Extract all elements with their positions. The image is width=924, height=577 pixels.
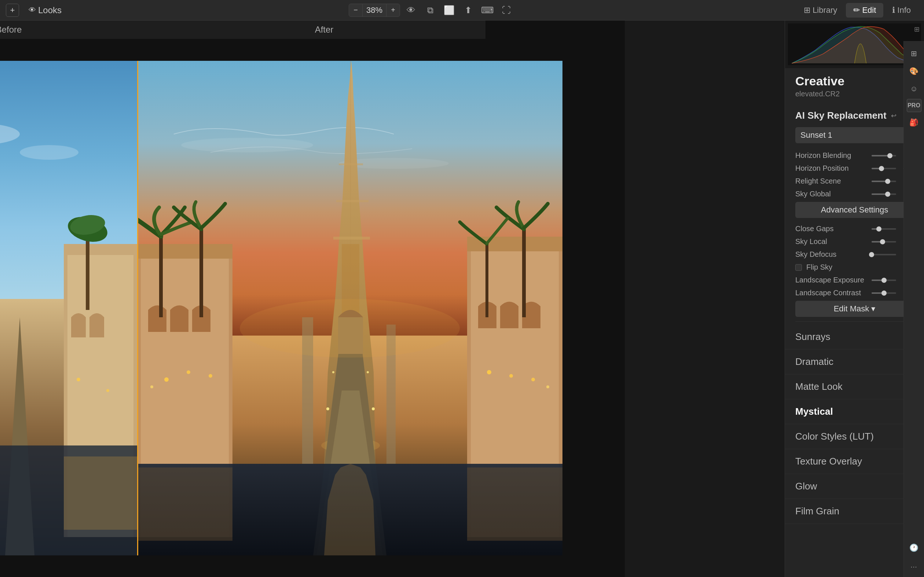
landscape-exposure-label: Landscape Exposure (795, 276, 869, 284)
advanced-settings-label: Advanced Settings (821, 205, 888, 215)
horizon-blending-thumb[interactable] (887, 153, 892, 158)
zoom-plus-button[interactable]: + (386, 4, 400, 16)
before-scene-svg (0, 61, 137, 555)
pro-rail-button[interactable]: PRO (907, 99, 921, 112)
sky-defocus-label: Sky Defocus (795, 250, 869, 259)
svg-point-54 (208, 374, 212, 378)
compare-button[interactable]: ⧉ (422, 2, 438, 18)
horizon-blending-label: Horizon Blending (795, 151, 869, 160)
svg-point-20 (77, 378, 80, 381)
svg-rect-50 (137, 467, 233, 541)
svg-point-46 (372, 408, 375, 410)
sky-local-track[interactable] (872, 241, 896, 243)
share-button[interactable]: ⬆ (460, 2, 476, 18)
before-label: Before (0, 24, 163, 35)
sky-defocus-track[interactable] (872, 254, 896, 255)
after-image (137, 61, 562, 555)
sky-defocus-thumb[interactable] (869, 252, 874, 257)
svg-rect-35 (485, 244, 488, 317)
smile-rail-button[interactable]: ☺ (907, 81, 921, 96)
flip-sky-checkbox[interactable] (795, 264, 802, 271)
sky-global-thumb[interactable] (885, 192, 890, 197)
split-image (0, 61, 562, 555)
relight-scene-track[interactable] (872, 181, 896, 182)
layers-icon-btn[interactable]: ⊞ (911, 23, 922, 35)
share-icon: ⬆ (465, 5, 472, 15)
landscape-contrast-track[interactable] (872, 292, 896, 294)
relight-scene-label: Relight Scene (795, 177, 869, 185)
layers-rail-button[interactable]: ⊞ (907, 46, 921, 61)
fullscreen-icon: ⛶ (502, 5, 511, 15)
edit-mask-label: Edit Mask ▾ (834, 304, 876, 314)
flip-sky-label: Flip Sky (806, 263, 832, 271)
preview-button[interactable]: 👁 (403, 2, 419, 18)
history-rail-button[interactable]: 🕐 (907, 540, 921, 555)
relight-scene-thumb[interactable] (885, 179, 890, 184)
zoom-value: 38% (362, 4, 386, 16)
right-icon-rail: ⊞ 🎨 ☺ PRO 🎒 🕐 ··· (903, 41, 924, 577)
svg-rect-17 (64, 456, 137, 530)
after-scene-svg (137, 61, 562, 555)
mystical-label: Mystical (795, 406, 833, 417)
svg-point-59 (546, 385, 549, 388)
sky-preset-label: Sunset 1 (800, 131, 832, 140)
main-toolbar: + 👁 Looks − 38% + 👁 ⧉ ⬜ ⬆ ⌨ ⛶ ⊞ (0, 0, 924, 21)
info-tab[interactable]: ℹ Info (885, 3, 918, 18)
glow-label: Glow (795, 481, 817, 492)
fullscreen-button[interactable]: ⛶ (498, 2, 514, 18)
split-line (137, 61, 138, 555)
reset-sky-button[interactable]: ↩ (888, 111, 899, 121)
svg-rect-38 (336, 200, 368, 202)
horizon-position-thumb[interactable] (879, 166, 884, 171)
bag-rail-button[interactable]: 🎒 (907, 115, 921, 130)
svg-rect-34 (522, 229, 526, 317)
sky-global-track[interactable] (872, 193, 896, 195)
zoom-control: − 38% + (349, 4, 400, 17)
palette-rail-button[interactable]: 🎨 (907, 64, 921, 78)
landscape-contrast-thumb[interactable] (882, 290, 887, 296)
edit-tab[interactable]: ✏ Edit (846, 3, 883, 18)
sky-preset-dropdown[interactable]: Sunset 1 ▾ (795, 127, 914, 143)
looks-label: Looks (38, 5, 61, 15)
image-area: Before After (0, 21, 625, 577)
svg-rect-29 (159, 237, 163, 317)
info-label: Info (897, 5, 911, 15)
close-gaps-track[interactable] (872, 228, 896, 230)
right-panel: ⊞ ≡ Creative elevated.CR2 AI Sky Replace… (785, 21, 924, 577)
image-container (0, 39, 625, 577)
sunrays-label: Sunrays (795, 331, 830, 342)
horizon-position-track[interactable] (872, 168, 896, 169)
histogram-chart (788, 23, 921, 65)
library-label: Library (813, 5, 837, 15)
close-gaps-label: Close Gaps (795, 224, 869, 233)
horizon-position-label: Horizon Position (795, 164, 869, 172)
library-tab[interactable]: ⊞ Library (796, 3, 845, 18)
svg-point-23 (181, 138, 313, 152)
horizon-blending-track[interactable] (872, 155, 896, 156)
info-icon: ℹ (892, 5, 895, 15)
svg-rect-28 (137, 244, 233, 259)
svg-point-53 (187, 371, 190, 374)
compare-icon: ⧉ (427, 5, 433, 15)
add-button[interactable]: + (6, 4, 19, 17)
advanced-settings-button[interactable]: Advanced Settings (795, 202, 914, 218)
keyboard-button[interactable]: ⌨ (479, 2, 495, 18)
toolbar-center: − 38% + 👁 ⧉ ⬜ ⬆ ⌨ ⛶ (349, 2, 514, 18)
main-content: Before After (0, 21, 924, 577)
looks-button[interactable]: 👁 Looks (23, 3, 67, 18)
landscape-exposure-thumb[interactable] (882, 278, 887, 283)
svg-point-2 (20, 145, 79, 160)
matte-look-label: Matte Look (795, 381, 843, 392)
close-gaps-thumb[interactable] (876, 226, 882, 232)
sky-local-thumb[interactable] (880, 239, 885, 244)
svg-rect-30 (199, 229, 203, 317)
sky-local-label: Sky Local (795, 237, 869, 246)
edit-mask-button[interactable]: Edit Mask ▾ (795, 301, 914, 317)
zoom-minus-button[interactable]: − (349, 4, 362, 16)
ai-sky-title: AI Sky Replacement (795, 110, 887, 121)
more-rail-button[interactable]: ··· (907, 559, 921, 574)
svg-point-56 (487, 370, 491, 374)
crop-button[interactable]: ⬜ (441, 2, 457, 18)
landscape-exposure-track[interactable] (872, 279, 896, 281)
svg-point-48 (367, 371, 369, 373)
